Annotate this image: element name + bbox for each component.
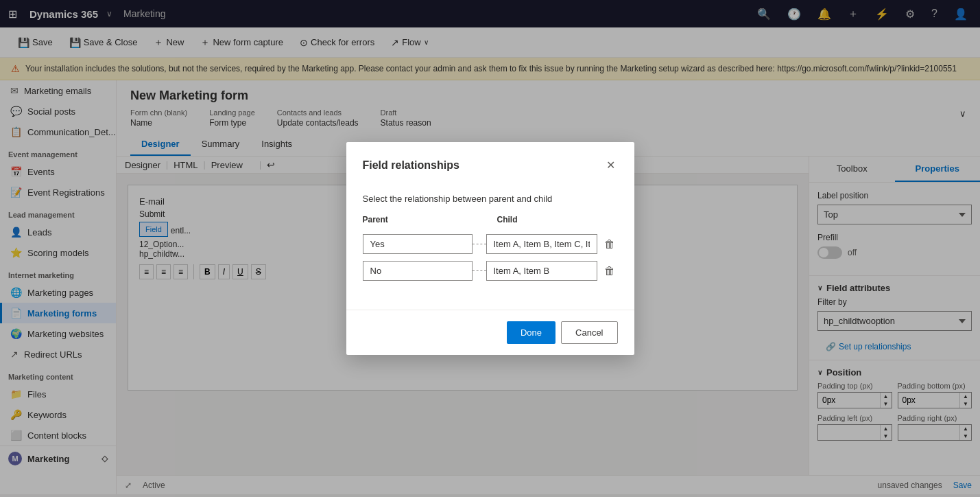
done-button[interactable]: Done bbox=[507, 321, 555, 344]
cancel-button[interactable]: Cancel bbox=[561, 321, 617, 344]
parent-input-2[interactable] bbox=[363, 261, 473, 281]
connector-2 bbox=[473, 270, 486, 271]
relationship-row-2: 🗑 bbox=[363, 261, 618, 281]
col-headers: Parent Child bbox=[363, 215, 618, 230]
connector-1 bbox=[473, 244, 486, 244]
delete-row-1-button[interactable]: 🗑 bbox=[601, 235, 618, 253]
modal-body: Select the relationship between parent a… bbox=[346, 183, 634, 299]
child-input-2[interactable] bbox=[486, 261, 597, 281]
child-header: Child bbox=[497, 215, 590, 224]
child-input-1[interactable] bbox=[486, 234, 597, 254]
relationship-row-1: 🗑 bbox=[363, 234, 618, 254]
modal-footer: Done Cancel bbox=[346, 310, 634, 355]
modal-subtitle: Select the relationship between parent a… bbox=[363, 194, 618, 204]
parent-header: Parent bbox=[363, 215, 473, 224]
delete-row-2-button[interactable]: 🗑 bbox=[601, 262, 618, 280]
modal-header: Field relationships ✕ bbox=[346, 142, 634, 183]
parent-input-1[interactable] bbox=[363, 234, 473, 254]
modal-overlay: Field relationships ✕ Select the relatio… bbox=[0, 0, 980, 494]
field-relationships-modal: Field relationships ✕ Select the relatio… bbox=[346, 142, 634, 355]
modal-title: Field relationships bbox=[363, 159, 459, 172]
modal-close-button[interactable]: ✕ bbox=[603, 156, 618, 174]
